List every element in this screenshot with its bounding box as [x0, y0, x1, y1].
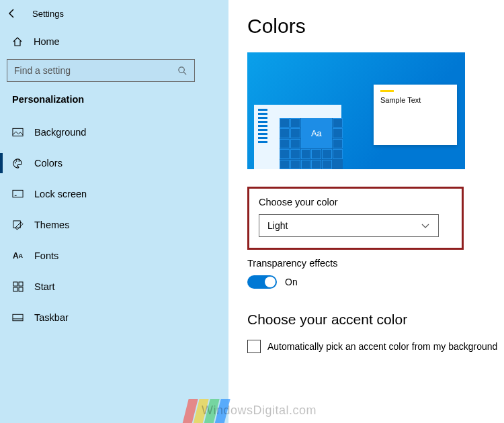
sidebar-item-themes[interactable]: Themes — [0, 209, 228, 240]
svg-rect-10 — [19, 282, 23, 286]
search-input[interactable] — [14, 65, 169, 76]
fonts-icon: AA — [12, 250, 24, 262]
sidebar-item-fonts[interactable]: AA Fonts — [0, 240, 228, 271]
svg-point-5 — [18, 160, 19, 161]
start-icon — [12, 281, 24, 293]
preview-tile-label: Aa — [301, 118, 333, 148]
sidebar-item-colors[interactable]: Colors — [0, 148, 228, 179]
picture-icon — [12, 127, 24, 138]
sidebar-item-background[interactable]: Background — [0, 117, 228, 148]
choose-color-dropdown[interactable]: Light — [259, 214, 439, 237]
sidebar-item-lock-screen[interactable]: Lock screen — [0, 179, 228, 209]
search-input-wrap[interactable] — [7, 59, 195, 82]
choose-color-value: Light — [267, 220, 288, 231]
choose-color-highlight: Choose your color Light — [247, 187, 464, 250]
lockscreen-icon — [12, 189, 24, 200]
search-container — [7, 59, 222, 82]
svg-rect-9 — [13, 282, 17, 286]
page-title: Colors — [247, 15, 504, 38]
svg-rect-8 — [13, 220, 20, 227]
colors-preview: Aa Sample Text — [247, 52, 465, 169]
palette-icon — [12, 158, 24, 169]
svg-rect-7 — [15, 195, 17, 196]
svg-rect-11 — [13, 287, 17, 291]
accent-heading: Choose your accent color — [247, 312, 504, 328]
transparency-label: Transparency effects — [247, 258, 504, 269]
chevron-down-icon — [421, 221, 430, 230]
preview-tiles: Aa — [280, 118, 343, 169]
svg-rect-2 — [13, 128, 23, 136]
accent-auto-row: Automatically pick an accent color from … — [247, 340, 504, 353]
svg-point-3 — [15, 162, 16, 163]
sidebar-item-label: Colors — [34, 158, 62, 169]
sidebar-nav: Background Colors Lock screen Themes AA … — [0, 117, 228, 333]
preview-card-accent — [380, 90, 394, 92]
svg-line-1 — [183, 72, 186, 75]
taskbar-icon — [12, 312, 24, 324]
sidebar-item-label: Fonts — [34, 250, 58, 261]
preview-card-text: Sample Text — [380, 96, 421, 104]
sidebar-item-label: Lock screen — [34, 189, 87, 199]
svg-rect-6 — [13, 190, 23, 197]
accent-auto-label: Automatically pick an accent color from … — [267, 341, 497, 352]
sidebar-item-label: Start — [34, 281, 55, 292]
main-content: Colors Aa Sample Text Choose your color … — [228, 0, 504, 423]
preview-card: Sample Text — [374, 85, 457, 145]
sidebar-item-label: Themes — [34, 220, 69, 230]
sidebar-item-start[interactable]: Start — [0, 271, 228, 302]
choose-color-label: Choose your color — [259, 197, 452, 207]
search-icon — [177, 66, 187, 76]
svg-point-0 — [179, 66, 184, 72]
sidebar-item-taskbar[interactable]: Taskbar — [0, 302, 228, 333]
svg-rect-13 — [13, 314, 23, 320]
svg-point-4 — [16, 160, 17, 161]
sidebar-home-label: Home — [34, 36, 60, 47]
titlebar: Settings — [0, 0, 228, 27]
themes-icon — [12, 220, 24, 231]
sidebar-category: Personalization — [0, 82, 228, 110]
back-icon[interactable] — [7, 8, 17, 19]
transparency-toggle[interactable] — [247, 275, 277, 289]
transparency-state: On — [285, 277, 298, 287]
sidebar-home[interactable]: Home — [0, 27, 228, 56]
accent-auto-checkbox[interactable] — [247, 340, 261, 353]
home-icon — [12, 36, 23, 47]
sidebar-item-label: Taskbar — [34, 312, 69, 323]
sidebar: Settings Home Personalization Background… — [0, 0, 228, 423]
transparency-row: On — [247, 275, 504, 289]
sidebar-item-label: Background — [34, 127, 86, 138]
svg-rect-12 — [19, 287, 23, 291]
preview-panel: Aa — [254, 105, 341, 169]
app-title: Settings — [32, 9, 64, 19]
